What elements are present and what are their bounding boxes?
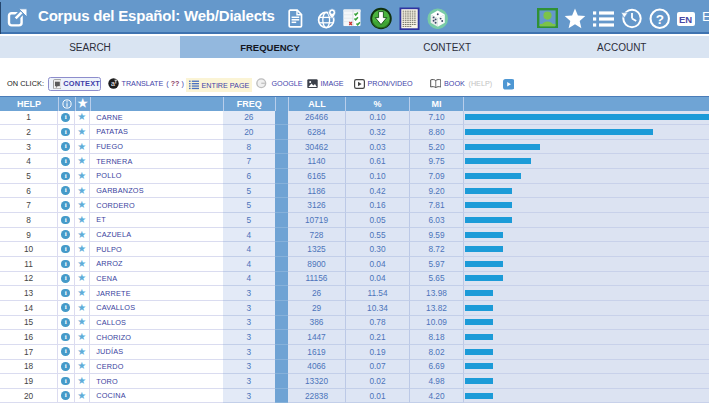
svg-text:?: ? <box>655 11 663 26</box>
svg-text:a: a <box>111 80 115 87</box>
